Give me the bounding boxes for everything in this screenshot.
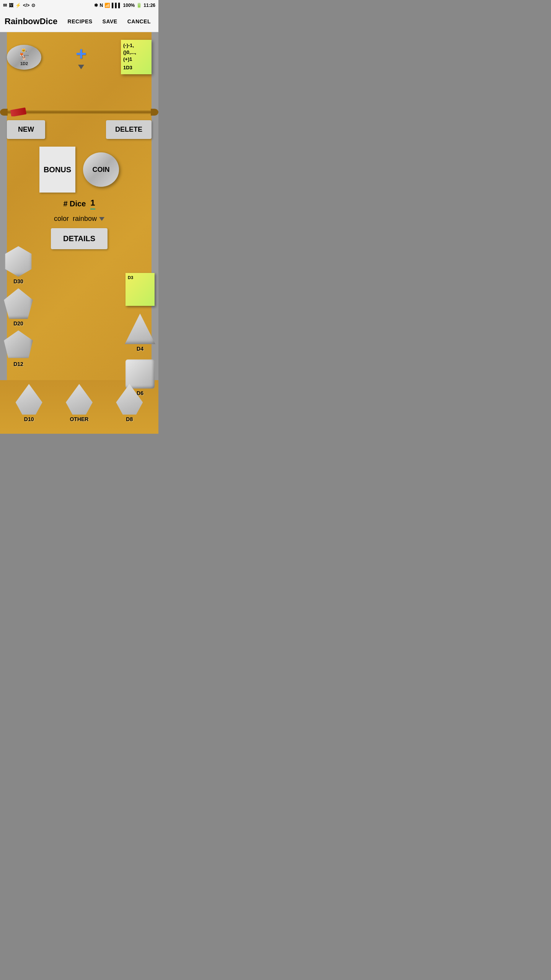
status-icons-left: ✉ 🖼 ⚡ </> ⊙ bbox=[3, 3, 35, 8]
coin-button[interactable]: COIN bbox=[83, 152, 119, 187]
d30-label: D30 bbox=[13, 278, 23, 284]
die-d8[interactable]: D8 bbox=[116, 384, 143, 422]
bonus-coin-row: BONUS COIN bbox=[39, 147, 119, 193]
time: 11:26 bbox=[143, 3, 155, 8]
d2-emoji: 🐱,🦊,...,🐕 bbox=[20, 48, 29, 60]
save-button[interactable]: SAVE bbox=[99, 16, 121, 27]
color-dropdown-arrow-icon bbox=[99, 217, 104, 221]
recipes-button[interactable]: RECIPES bbox=[65, 16, 96, 27]
add-icon[interactable]: + bbox=[76, 45, 86, 63]
die-d10[interactable]: D10 bbox=[16, 384, 42, 422]
bluetooth-icon: ✱ bbox=[94, 3, 98, 8]
usb-icon: ⚡ bbox=[15, 3, 21, 8]
new-button[interactable]: NEW bbox=[7, 120, 45, 139]
die-d30[interactable]: D30 bbox=[3, 246, 34, 284]
status-icons-right: ✱ N 📶 ▌▌▌ 100% 🔋 11:26 bbox=[94, 3, 155, 8]
battery-percent: 100% bbox=[123, 3, 135, 8]
rod-end-right bbox=[151, 109, 158, 116]
die-d2[interactable]: 🐱,🦊,...,🐕 1D2 bbox=[7, 45, 41, 70]
d20-label: D20 bbox=[13, 320, 23, 327]
email-icon: ✉ bbox=[3, 3, 7, 8]
die-other[interactable]: OTHER bbox=[66, 384, 93, 422]
bonus-button[interactable]: BONUS bbox=[39, 147, 75, 193]
rod-arrow-decoration bbox=[10, 108, 27, 116]
dice-count-value[interactable]: 1 bbox=[90, 198, 95, 209]
side-dice-right: D3 D4 D6 bbox=[125, 273, 155, 396]
d20-shape bbox=[4, 288, 33, 319]
status-bar: ✉ 🖼 ⚡ </> ⊙ ✱ N 📶 ▌▌▌ 100% 🔋 11:26 bbox=[0, 0, 158, 11]
d4-shape bbox=[125, 314, 155, 344]
image-icon: 🖼 bbox=[9, 3, 13, 8]
color-label: color bbox=[54, 215, 69, 223]
dice-count-row: # Dice 1 bbox=[63, 198, 95, 209]
d12-label: D12 bbox=[13, 361, 23, 367]
d8-label: D8 bbox=[126, 416, 133, 422]
scroll-top-content: 🐱,🦊,...,🐕 1D2 + (-)-1,()0,...,(+)1 1D3 bbox=[7, 40, 152, 74]
d8-shape bbox=[116, 384, 143, 415]
signal-icon: ▌▌▌ bbox=[112, 3, 122, 8]
color-value: rainbow bbox=[73, 215, 97, 223]
main-area: 🐱,🦊,...,🐕 1D2 + (-)-1,()0,...,(+)1 1D3 bbox=[0, 32, 158, 434]
other-shape bbox=[66, 384, 93, 415]
action-buttons-row: NEW DELETE bbox=[0, 116, 158, 143]
nfc-icon: N bbox=[99, 3, 103, 8]
die-d20[interactable]: D20 bbox=[3, 288, 34, 327]
d3-top-label: 1D3 bbox=[123, 65, 149, 71]
cancel-button[interactable]: CANCEL bbox=[124, 16, 154, 27]
rod-end-left bbox=[0, 109, 8, 116]
dice-count-prefix: # Dice bbox=[63, 199, 86, 208]
d3-right-shape: D3 bbox=[126, 273, 155, 306]
center-content: BONUS COIN # Dice 1 color rainbow DETAIL… bbox=[39, 143, 119, 249]
details-button[interactable]: DETAILS bbox=[51, 228, 108, 249]
color-dropdown[interactable]: rainbow bbox=[73, 215, 104, 223]
d12-shape bbox=[4, 330, 33, 359]
delete-button[interactable]: DELETE bbox=[106, 120, 152, 139]
bottom-dice-area: D10 OTHER D8 bbox=[0, 380, 158, 434]
side-dice-left: D30 D20 D12 bbox=[3, 246, 34, 367]
wifi-icon: 📶 bbox=[104, 3, 110, 8]
die-d12[interactable]: D12 bbox=[3, 330, 34, 367]
scroll-rod bbox=[0, 109, 158, 116]
color-row: color rainbow bbox=[54, 215, 104, 223]
die-d3-right[interactable]: D3 bbox=[125, 273, 155, 306]
d10-label: D10 bbox=[24, 416, 34, 422]
dropdown-arrow-icon[interactable] bbox=[78, 65, 84, 69]
camera-icon: ⊙ bbox=[31, 3, 35, 8]
d10-shape bbox=[16, 384, 42, 415]
code-icon: </> bbox=[23, 3, 29, 8]
battery-icon: 🔋 bbox=[136, 3, 142, 8]
add-area[interactable]: + bbox=[76, 45, 86, 69]
die-d3-top[interactable]: (-)-1,()0,...,(+)1 1D3 bbox=[121, 40, 152, 74]
d2-label: 1D2 bbox=[20, 61, 28, 66]
scroll-top: 🐱,🦊,...,🐕 1D2 + (-)-1,()0,...,(+)1 1D3 bbox=[0, 32, 158, 116]
rod-body bbox=[8, 109, 151, 115]
d3-top-text: (-)-1,()0,...,(+)1 bbox=[123, 42, 149, 63]
app-title: RainbowDice bbox=[5, 16, 61, 26]
other-label: OTHER bbox=[70, 416, 88, 422]
content-area: D30 D20 D12 D3 D4 D6 bbox=[0, 143, 158, 380]
die-d4[interactable]: D4 bbox=[125, 314, 155, 352]
d30-shape bbox=[3, 246, 34, 277]
app-header: RainbowDice RECIPES SAVE CANCEL bbox=[0, 11, 158, 32]
d4-label: D4 bbox=[137, 346, 143, 352]
